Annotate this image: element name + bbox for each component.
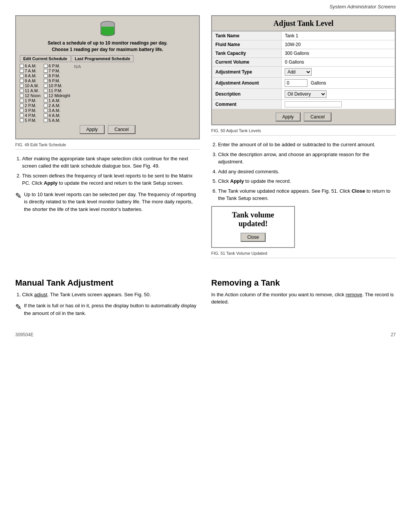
value-current-volume: 0 Gallons (282, 58, 395, 67)
checkbox[interactable] (44, 94, 48, 97)
page-footer: 309504E 27 (0, 328, 411, 341)
fig50-caption: FIG. 50 Adjust Tank Levels (211, 128, 396, 136)
checkbox[interactable] (44, 109, 48, 112)
adjust-link[interactable]: adjust (34, 292, 48, 297)
section-removing-body: In the Action column of the monitor you … (211, 291, 396, 306)
bottom-left: Manual Tank Adjustment Click adjust. The… (15, 271, 200, 321)
checkbox[interactable] (20, 64, 24, 68)
label-comment: Comment (212, 100, 282, 109)
time-item: 2 A.M. (44, 103, 70, 108)
time-item: 5 A.M. (44, 118, 70, 123)
label-tank-name: Tank Name (212, 32, 282, 40)
table-row: Fluid Name 10W-20 (212, 40, 395, 49)
svg-point-4 (101, 32, 114, 35)
value-comment (282, 100, 395, 109)
value-description: Oil Delivery Adjustment Other (282, 89, 395, 100)
times-area: 6 A.M. 7 A.M. 8 A.M. 9 A.M. 10 A.M. 11 A… (20, 64, 70, 123)
section-manual-body: Click adjust. The Tank Levels screen app… (15, 291, 200, 299)
fig51-caption: FIG. 51 Tank Volume Updated (211, 251, 396, 258)
adjustment-type-select[interactable]: Add Subtract Set (285, 68, 312, 76)
time-item: 9 A.M. (20, 78, 41, 83)
checkbox[interactable] (20, 104, 24, 107)
time-item: 4 A.M. (44, 113, 70, 118)
tank-icon-area (20, 20, 195, 38)
checkbox[interactable] (20, 118, 24, 122)
table-row: Current Volume 0 Gallons (212, 58, 395, 67)
time-col-1: 6 A.M. 7 A.M. 8 A.M. 9 A.M. 10 A.M. 11 A… (20, 64, 41, 123)
checkbox[interactable] (20, 94, 24, 97)
note-block-1: ✎ Up to 10 tank level reports can be sel… (15, 191, 200, 213)
description-select[interactable]: Oil Delivery Adjustment Other (285, 90, 327, 98)
schedule-header: Select a schedule of up to 10 monitor re… (20, 40, 195, 53)
checkbox[interactable] (20, 89, 24, 93)
checkbox[interactable] (20, 79, 24, 83)
time-item: 10 P.M. (44, 83, 70, 88)
time-item: 6 A.M. (20, 64, 41, 68)
tank-icon (98, 20, 117, 37)
value-adjustment-type: Add Subtract Set (282, 67, 395, 78)
bottom-right: Removing a Tank In the Action column of … (211, 271, 396, 321)
time-col-2: 6 P.M. 7 P.M. 8 P.M. 9 P.M. 10 P.M. 11 P… (44, 64, 70, 123)
checkbox[interactable] (44, 89, 48, 93)
checkbox[interactable] (20, 84, 24, 88)
time-item: 4 P.M. (20, 113, 41, 118)
label-adjustment-type: Adjustment Type (212, 67, 282, 78)
na-area: N/A (72, 64, 83, 123)
table-row-adj-amount: Adjustment Amount Gallons (212, 78, 395, 89)
table-row: Tank Capacity 300 Gallons (212, 49, 395, 58)
fig49-caption: FIG. 49 Edit Tank Schedule (15, 142, 200, 150)
body-right-steps: Enter the amount of oil to be added or s… (211, 141, 396, 202)
checkbox[interactable] (20, 113, 24, 117)
value-fluid-name: 10W-20 (282, 40, 395, 49)
checkbox[interactable] (44, 113, 48, 117)
table-row: Tank Name Tank 1 (212, 32, 395, 40)
checkbox[interactable] (44, 79, 48, 83)
value-tank-name: Tank 1 (282, 32, 395, 40)
value-adjustment-amount: Gallons (282, 78, 395, 89)
checkbox[interactable] (20, 74, 24, 78)
fig51-close-button[interactable]: Close (241, 233, 266, 242)
time-item: 3 A.M. (44, 108, 70, 113)
fig49-apply-button[interactable]: Apply (80, 125, 105, 134)
time-item: 1 A.M. (44, 98, 70, 103)
time-item: 12 Noon (20, 93, 41, 98)
remove-link[interactable]: remove (346, 292, 362, 297)
fig49-cancel-button[interactable]: Cancel (108, 125, 135, 134)
label-current-volume: Current Volume (212, 58, 282, 67)
header-title: System Administrator Screens (330, 4, 396, 10)
fig50-apply-button[interactable]: Apply (276, 112, 301, 121)
fig49-dialog: Select a schedule of up to 10 monitor re… (15, 15, 200, 139)
adjust-table: Tank Name Tank 1 Fluid Name 10W-20 Tank … (212, 31, 395, 109)
checkbox[interactable] (44, 104, 48, 107)
fig51-dialog: Tank volume updated! Close (211, 206, 295, 248)
time-item: 9 P.M. (44, 78, 70, 83)
checkbox[interactable] (44, 64, 48, 68)
time-item: 8 P.M. (44, 73, 70, 78)
label-adjustment-amount: Adjustment Amount (212, 78, 282, 89)
label-tank-capacity: Tank Capacity (212, 49, 282, 58)
checkbox[interactable] (44, 74, 48, 78)
note-pencil-icon: ✎ (15, 190, 22, 201)
fig50-cancel-button[interactable]: Cancel (304, 112, 331, 121)
checkbox[interactable] (20, 109, 24, 112)
body-left-para1: After making the appropriate tank shape … (15, 155, 200, 187)
table-row-comment: Comment (212, 100, 395, 109)
table-row-adj-type: Adjustment Type Add Subtract Set (212, 67, 395, 78)
tab-edit-current[interactable]: Edit Current Schedule (20, 55, 71, 62)
checkbox[interactable] (44, 69, 48, 73)
adjustment-amount-input[interactable] (285, 79, 307, 87)
time-item: 7 A.M. (20, 69, 41, 73)
comment-input[interactable] (285, 101, 342, 107)
left-column: Select a schedule of up to 10 monitor re… (15, 15, 200, 264)
schedule-content: 6 A.M. 7 A.M. 8 A.M. 9 A.M. 10 A.M. 11 A… (20, 64, 195, 123)
checkbox[interactable] (44, 118, 48, 122)
checkbox[interactable] (20, 69, 24, 73)
note-pencil-icon-2: ✎ (15, 301, 22, 313)
checkbox[interactable] (44, 99, 48, 102)
schedule-tabs: Edit Current Schedule Last Programmed Sc… (20, 55, 195, 62)
time-item: 10 A.M. (20, 83, 41, 88)
label-description: Description (212, 89, 282, 100)
checkbox[interactable] (20, 99, 24, 102)
checkbox[interactable] (44, 84, 48, 88)
tab-last-programmed[interactable]: Last Programmed Schedule (72, 55, 134, 62)
